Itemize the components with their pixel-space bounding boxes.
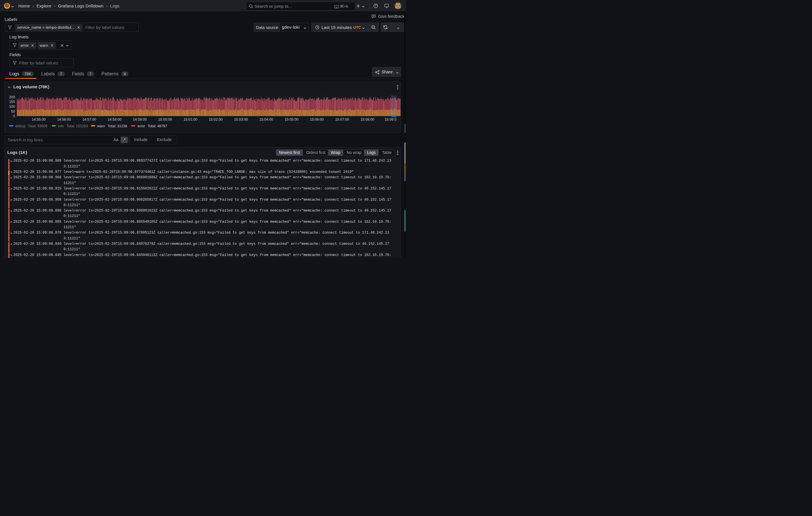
- svg-text:15:04:00: 15:04:00: [259, 117, 273, 121]
- svg-text:15:06:00: 15:06:00: [310, 117, 324, 121]
- svg-text:200: 200: [9, 95, 15, 99]
- svg-text:14:57:00: 14:57:00: [82, 117, 96, 121]
- svg-text:15:03:00: 15:03:00: [234, 117, 248, 121]
- svg-text:15:05:00: 15:05:00: [285, 117, 298, 121]
- svg-text:14:59:00: 14:59:00: [133, 117, 147, 121]
- svg-text:14:55:00: 14:55:00: [32, 117, 46, 121]
- svg-text:15:07:00: 15:07:00: [335, 117, 349, 121]
- svg-text:100: 100: [9, 105, 15, 109]
- svg-text:15:01:00: 15:01:00: [183, 117, 197, 121]
- svg-text:0: 0: [13, 114, 15, 118]
- svg-text:14:58:00: 14:58:00: [108, 117, 121, 121]
- svg-text:15:08:00: 15:08:00: [360, 117, 375, 121]
- svg-text:50: 50: [11, 109, 15, 113]
- svg-text:150: 150: [9, 100, 15, 104]
- svg-text:15:00:00: 15:00:00: [158, 117, 172, 121]
- svg-text:14:56:00: 14:56:00: [57, 117, 71, 121]
- svg-text:15:02:00: 15:02:00: [209, 117, 223, 121]
- svg-text:15:09:0: 15:09:0: [384, 117, 397, 121]
